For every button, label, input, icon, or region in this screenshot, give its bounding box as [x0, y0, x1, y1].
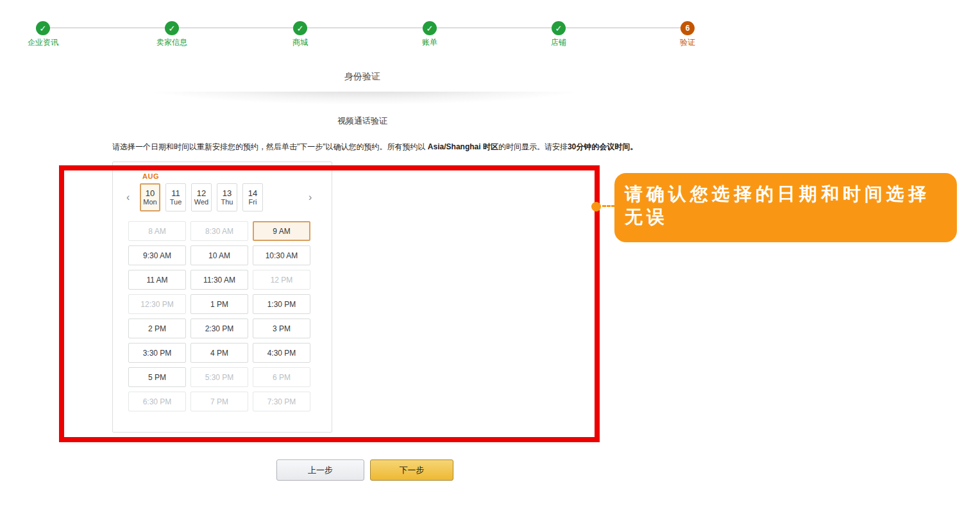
- step-label: 卖家信息: [156, 37, 187, 48]
- date-day: 10: [146, 188, 155, 198]
- time-slot-6-30-pm: 6:30 PM: [128, 392, 186, 411]
- section-title: 视频通话验证: [112, 115, 612, 127]
- time-slot-1-30-pm[interactable]: 1:30 PM: [253, 294, 310, 314]
- registration-stepper: ✓企业资讯✓卖家信息✓商城✓账单✓店铺6验证: [0, 0, 980, 51]
- check-icon: ✓: [36, 21, 50, 35]
- date-option-14-fri[interactable]: 14Fri: [242, 183, 263, 211]
- check-icon: ✓: [293, 21, 307, 35]
- date-day: 12: [197, 188, 206, 198]
- step-label: 验证: [680, 37, 695, 48]
- time-slot-5-30-pm: 5:30 PM: [190, 367, 248, 387]
- time-slot-6-pm: 6 PM: [253, 367, 310, 387]
- time-slot-9-30-am[interactable]: 9:30 AM: [128, 245, 186, 265]
- time-slot-3-pm[interactable]: 3 PM: [253, 319, 310, 338]
- time-slot-12-30-pm: 12:30 PM: [128, 294, 186, 314]
- instruction-part: 的时间显示。请安排: [498, 142, 568, 151]
- stepper-connector-line: [43, 28, 688, 28]
- time-slot-7-pm: 7 PM: [190, 392, 248, 411]
- registration-page: ✓企业资讯✓卖家信息✓商城✓账单✓店铺6验证 身份验证 视频通话验证 请选择一个…: [0, 0, 980, 505]
- instruction-text: 请选择一个日期和时间以重新安排您的预约，然后单击"下一步"以确认您的预约。所有预…: [112, 142, 638, 153]
- date-weekday: Mon: [143, 198, 156, 206]
- annotation-connector-dash: [602, 205, 615, 207]
- date-day: 13: [223, 188, 232, 198]
- stepper-step-6[interactable]: 6验证: [680, 21, 695, 48]
- time-slot-4-30-pm[interactable]: 4:30 PM: [253, 343, 310, 363]
- date-option-11-tue[interactable]: 11Tue: [165, 183, 186, 211]
- time-slot-1-pm[interactable]: 1 PM: [190, 294, 248, 314]
- section-divider: [119, 92, 612, 107]
- instruction-timezone: Asia/Shanghai 时区: [428, 142, 498, 151]
- time-slot-12-pm: 12 PM: [253, 270, 310, 290]
- time-slot-11-30-am[interactable]: 11:30 AM: [190, 270, 248, 290]
- date-day: 14: [248, 188, 257, 198]
- date-option-13-thu[interactable]: 13Thu: [217, 183, 237, 211]
- prev-week-icon[interactable]: ‹: [126, 192, 130, 203]
- date-weekday: Tue: [170, 198, 182, 206]
- date-weekday: Wed: [194, 198, 208, 206]
- date-day: 11: [171, 188, 180, 198]
- annotation-callout: 请确认您选择的日期和时间选择无误: [614, 173, 957, 242]
- month-label: AUG: [142, 172, 159, 180]
- step-label: 企业资讯: [28, 37, 58, 48]
- stepper-step-5[interactable]: ✓店铺: [551, 21, 566, 48]
- instruction-duration: 30分钟的会议时间。: [568, 142, 638, 151]
- stepper-step-1[interactable]: ✓企业资讯: [28, 21, 58, 48]
- page-title: 身份验证: [112, 71, 612, 83]
- back-button[interactable]: 上一步: [276, 459, 364, 481]
- date-weekday: Thu: [221, 198, 233, 206]
- step-label: 账单: [422, 37, 437, 48]
- date-option-12-wed[interactable]: 12Wed: [191, 183, 212, 211]
- stepper-step-2[interactable]: ✓卖家信息: [156, 21, 187, 48]
- next-week-icon[interactable]: ›: [308, 192, 312, 203]
- check-icon: ✓: [165, 21, 179, 35]
- time-slot-3-30-pm[interactable]: 3:30 PM: [128, 343, 186, 363]
- time-slot-7-30-pm: 7:30 PM: [253, 392, 310, 411]
- stepper-step-3[interactable]: ✓商城: [292, 21, 308, 48]
- date-weekday: Fri: [249, 198, 257, 206]
- check-icon: ✓: [552, 21, 566, 35]
- time-slot-2-30-pm[interactable]: 2:30 PM: [190, 319, 248, 338]
- time-slot-8-am: 8 AM: [128, 221, 186, 241]
- check-icon: ✓: [423, 21, 437, 35]
- scheduler-card: AUG ‹ 10Mon11Tue12Wed13Thu14Fri › 8 AM8:…: [112, 161, 332, 433]
- time-slot-5-pm[interactable]: 5 PM: [128, 367, 186, 387]
- step-label: 商城: [292, 37, 308, 48]
- step-label: 店铺: [551, 37, 566, 48]
- step-number-badge: 6: [680, 21, 695, 35]
- date-option-10-mon[interactable]: 10Mon: [140, 183, 160, 211]
- next-button[interactable]: 下一步: [370, 459, 453, 481]
- instruction-part: 请选择一个日期和时间以重新安排您的预约，然后单击"下一步"以确认您的预约。所有预…: [112, 142, 428, 151]
- annotation-connector-dot: [591, 202, 601, 211]
- time-slot-11-am[interactable]: 11 AM: [128, 270, 186, 290]
- stepper-step-4[interactable]: ✓账单: [422, 21, 437, 48]
- time-slot-8-30-am: 8:30 AM: [190, 221, 248, 241]
- time-slot-10-am[interactable]: 10 AM: [190, 245, 248, 265]
- time-slot-2-pm[interactable]: 2 PM: [128, 319, 186, 338]
- time-slot-4-pm[interactable]: 4 PM: [190, 343, 248, 363]
- time-slot-9-am[interactable]: 9 AM: [253, 221, 310, 241]
- time-slot-10-30-am[interactable]: 10:30 AM: [253, 245, 310, 265]
